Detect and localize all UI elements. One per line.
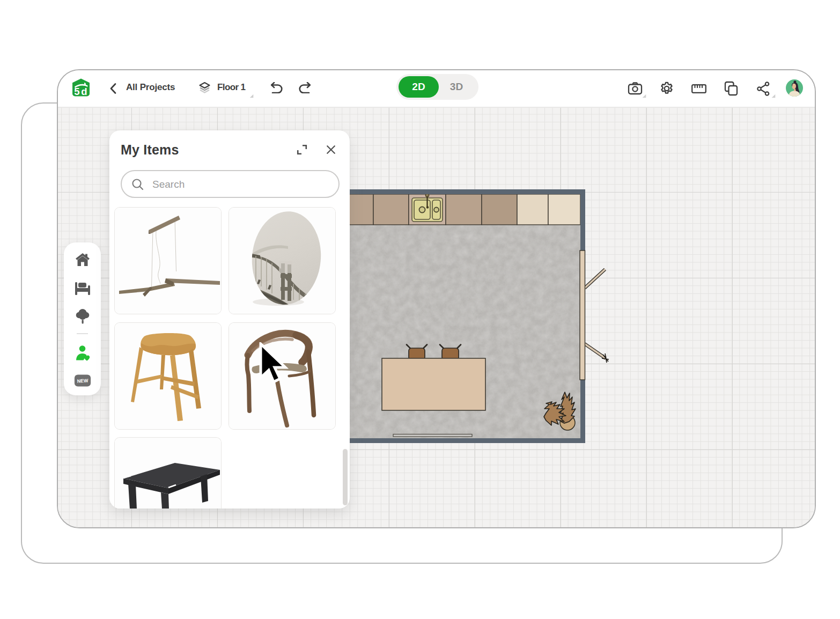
svg-text:5: 5 — [74, 86, 79, 97]
svg-text:d: d — [81, 86, 87, 97]
svg-text:NEW: NEW — [77, 378, 89, 384]
